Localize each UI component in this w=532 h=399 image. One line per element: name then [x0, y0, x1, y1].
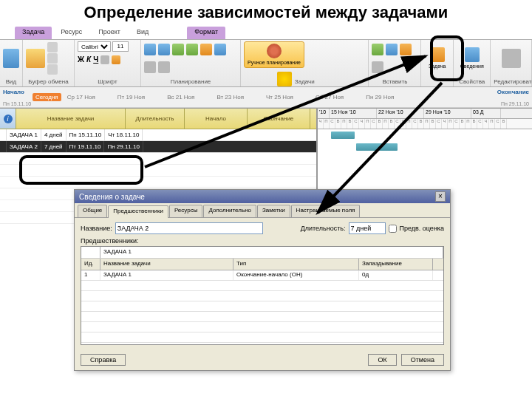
tab-project[interactable]: Проект [91, 27, 128, 39]
font-color-icon[interactable] [112, 55, 120, 64]
dtab-advanced[interactable]: Дополнительно [203, 205, 256, 217]
dialog-buttons: ОК Отмена [368, 354, 444, 366]
font-group-label: Шрифт [78, 78, 137, 85]
insert-icon3[interactable] [400, 44, 412, 55]
dialog-body: Название: Длительность: Предв. оценка Пр… [75, 218, 450, 349]
estimate-checkbox[interactable] [389, 225, 397, 233]
day-cell: В [460, 119, 466, 129]
split-icon[interactable] [158, 61, 170, 73]
col-start[interactable]: Начало [185, 109, 248, 129]
name-label: Название: [81, 225, 112, 232]
ok-button[interactable]: ОК [368, 354, 396, 366]
col-name[interactable]: Название задачи [16, 109, 126, 129]
sched-icon1[interactable] [144, 44, 156, 55]
insert-icon2[interactable] [386, 44, 398, 55]
task-row-2[interactable]: ЗАДАЧА 2 7 дней Пт 19.11.10 Пн 29.11.10 [0, 141, 316, 153]
insert-label: Вставить [372, 78, 417, 85]
day-cell: П [424, 119, 430, 129]
sched-icon3[interactable] [172, 44, 184, 55]
format-painter-icon[interactable] [47, 64, 58, 75]
task-button[interactable]: Задача [426, 46, 449, 71]
slide-title: Определение зависимостей между задачами [0, 0, 532, 27]
day-cell: П [448, 119, 454, 129]
tab-task[interactable]: Задача [15, 27, 52, 39]
day-cell: Ч [400, 119, 406, 129]
task1-name[interactable]: ЗАДАЧА 1 [7, 129, 41, 140]
duration-input[interactable] [349, 222, 386, 234]
info-button[interactable]: Сведения [457, 46, 487, 71]
task1-finish[interactable]: Чт 18.11.10 [105, 129, 143, 140]
help-button[interactable]: Справка [81, 354, 126, 366]
dtab-resources[interactable]: Ресурсы [169, 205, 203, 217]
day-cell: В [418, 119, 424, 129]
sched-icon5[interactable] [200, 44, 212, 55]
pred-edit-cell[interactable]: ЗАДАЧА 1 [100, 247, 443, 258]
sched-icon4[interactable] [186, 44, 198, 55]
grid-header: i Название задачи Длительность Начало Ок… [0, 109, 316, 129]
timeline-end-date: Пн 29.11.10 [501, 101, 529, 106]
timeline-d1: Пт 19 Ноя [117, 94, 145, 100]
day-cell: С [454, 119, 460, 129]
tab-resource[interactable]: Ресурс [53, 27, 89, 39]
clipboard-label: Буфер обмена [26, 78, 71, 85]
task2-finish[interactable]: Пн 29.11.10 [104, 141, 143, 152]
day-cell: С [371, 119, 377, 129]
day-cell: В [471, 119, 477, 129]
task-icon [430, 47, 445, 62]
task-info-dialog: Сведения о задаче × Общие Предшественник… [74, 189, 451, 371]
pred-section-label: Предшественники: [81, 237, 444, 245]
pred1-type[interactable]: Окончание-начало (ОН) [233, 270, 359, 280]
dialog-titlebar[interactable]: Сведения о задаче × [75, 190, 450, 203]
day-cell: П [324, 119, 330, 129]
col-finish[interactable]: Окончание [248, 109, 310, 129]
pred1-name[interactable]: ЗАДАЧА 1 [100, 270, 233, 280]
timeline-d6: Пн 29 Ноя [366, 94, 394, 100]
view-label: Вид [3, 78, 19, 85]
task2-name[interactable]: ЗАДАЧА 2 [7, 141, 41, 152]
copy-icon[interactable] [47, 53, 58, 64]
gantt-bar-task1[interactable] [331, 132, 355, 139]
sched-icon2[interactable] [158, 44, 170, 55]
font-size-select[interactable]: 11 [112, 41, 129, 52]
unlink-icon[interactable] [144, 61, 156, 73]
name-input[interactable] [115, 222, 263, 234]
cancel-button[interactable]: Отмена [401, 354, 444, 366]
dtab-general[interactable]: Общие [78, 205, 107, 217]
insert-icon4[interactable] [372, 61, 383, 73]
task1-start[interactable]: Пн 15.11.10 [66, 129, 106, 140]
task1-dur[interactable]: 4 дней [41, 129, 66, 140]
pred-col-type: Тип [233, 259, 359, 270]
dtab-notes[interactable]: Заметки [257, 205, 290, 217]
font-name-select[interactable]: Calibri [78, 41, 111, 52]
gantt-view-icon[interactable] [3, 49, 19, 68]
timeline-start-date: Пн 15.11.10 [3, 101, 31, 106]
paste-icon[interactable] [26, 49, 45, 68]
col-duration[interactable]: Длительность [126, 109, 185, 129]
edit-icon[interactable] [502, 49, 521, 68]
cut-icon[interactable] [47, 42, 58, 52]
link-icon[interactable] [214, 44, 226, 55]
schedule-label: Планирование [144, 78, 237, 85]
task2-dur[interactable]: 7 дней [41, 141, 66, 152]
day-cell: В [347, 119, 353, 129]
dtab-custom[interactable]: Настраиваемые поля [291, 205, 361, 217]
predecessors-table: ЗАДАЧА 1 Ид. Название задачи Тип Запазды… [81, 246, 444, 345]
tab-view[interactable]: Вид [129, 27, 156, 39]
day-cell: П [489, 119, 495, 129]
task-row-1[interactable]: ЗАДАЧА 1 4 дней Пн 15.11.10 Чт 18.11.10 [0, 129, 316, 141]
day-cell: С [395, 119, 400, 129]
task2-start[interactable]: Пт 19.11.10 [66, 141, 105, 152]
manual-schedule-button[interactable]: Ручное планирование [244, 41, 304, 68]
italic-button[interactable]: К [86, 55, 91, 64]
bold-button[interactable]: Ж [78, 55, 84, 64]
dtab-predecessors[interactable]: Предшественники [108, 205, 168, 218]
pred-row-1[interactable]: 1 ЗАДАЧА 1 Окончание-начало (ОН) 0д [81, 270, 443, 281]
fill-color-icon[interactable] [100, 55, 109, 64]
pred1-id[interactable]: 1 [81, 270, 100, 280]
underline-button[interactable]: Ч [93, 55, 98, 64]
gantt-bar-task2[interactable] [356, 143, 398, 151]
tab-format[interactable]: Формат [187, 27, 225, 39]
close-icon[interactable]: × [435, 191, 446, 202]
insert-icon1[interactable] [372, 44, 383, 55]
pred1-lag[interactable]: 0д [359, 270, 433, 280]
